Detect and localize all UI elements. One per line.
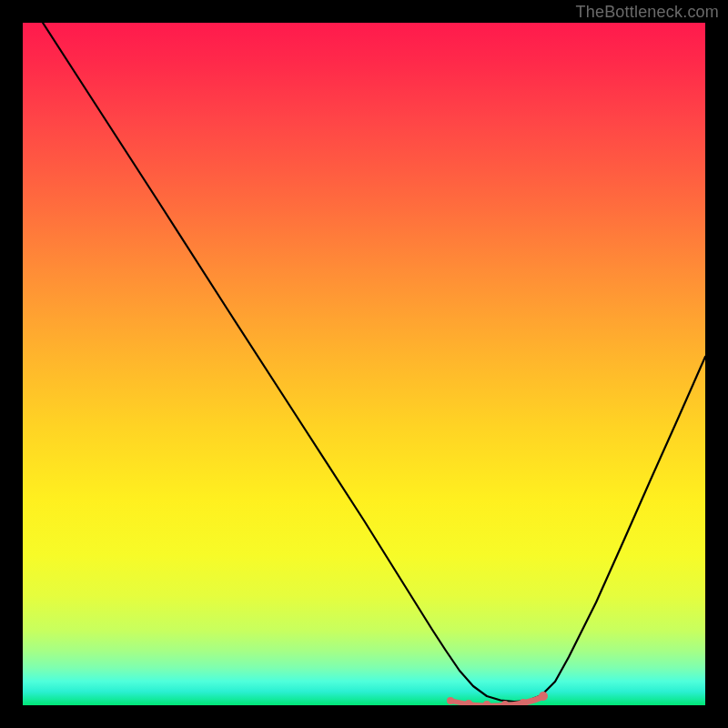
watermark-text: TheBottleneck.com bbox=[576, 3, 719, 22]
marker-dot bbox=[447, 697, 454, 704]
plot-area bbox=[23, 23, 705, 705]
bottleneck-curve-svg bbox=[23, 23, 705, 705]
marker-dot bbox=[465, 700, 472, 705]
chart-frame: TheBottleneck.com bbox=[0, 0, 728, 728]
bottleneck-curve bbox=[43, 23, 705, 702]
marker-dot bbox=[483, 701, 490, 705]
marker-dot-end bbox=[539, 692, 548, 701]
